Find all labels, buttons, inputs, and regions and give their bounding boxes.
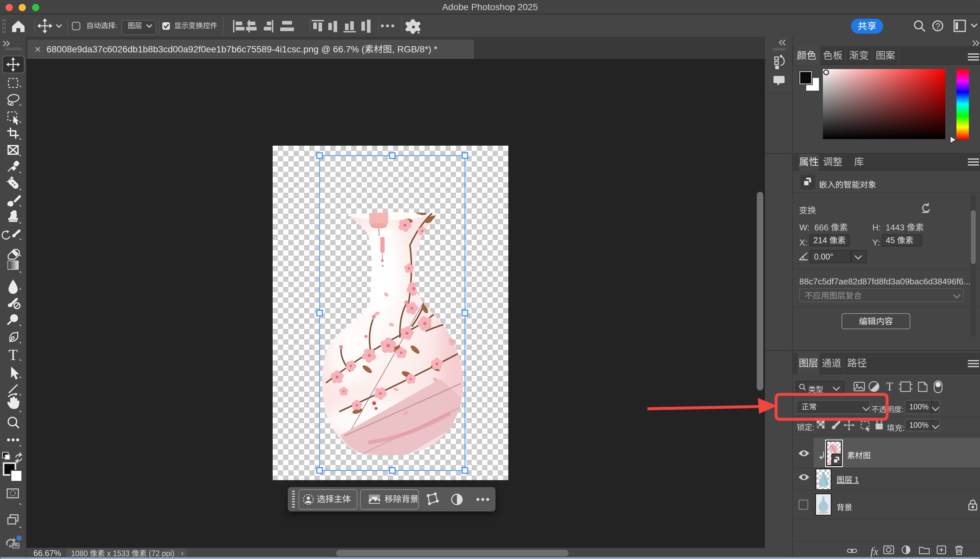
svg-text:?: ?: [935, 21, 940, 31]
svg-text:T: T: [886, 380, 893, 393]
svg-text:T: T: [8, 347, 18, 363]
svg-text:fx: fx: [870, 545, 879, 557]
